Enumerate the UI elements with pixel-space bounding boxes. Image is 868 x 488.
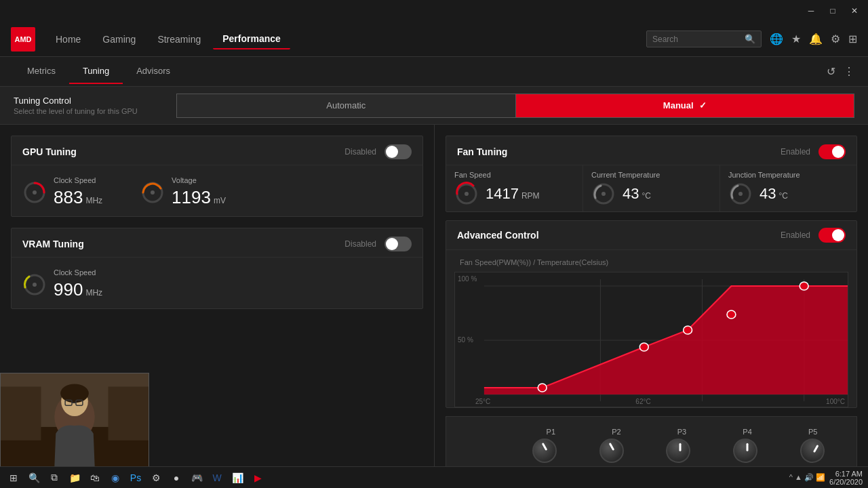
p-labels-row: P1 P2 P3 P4 P5 xyxy=(457,425,846,439)
advanced-control-header: Advanced Control Enabled xyxy=(446,221,856,250)
gpu-metrics-row: Clock Speed 883 MHz xyxy=(22,176,412,208)
cp-p4[interactable] xyxy=(727,310,736,319)
cp-p5[interactable] xyxy=(800,282,808,290)
task-view[interactable]: ⧉ xyxy=(46,470,62,486)
svg-point-12 xyxy=(60,384,89,403)
current-temp-stat: Current Temperature 43 °C xyxy=(583,165,719,211)
fan-knob-1[interactable] xyxy=(532,439,557,463)
taskbar-right: ^ ▲ 🔊 📶 6:17 AM 6/20/2020 xyxy=(789,470,863,486)
auto-button[interactable]: Automatic xyxy=(176,94,515,118)
p5-label: P5 xyxy=(801,428,825,436)
close-button[interactable]: ✕ xyxy=(846,3,863,19)
app3-icon[interactable]: 📊 xyxy=(229,470,245,486)
fan-tuning-status: Enabled xyxy=(781,147,810,157)
vram-metrics-row: Clock Speed 990 MHz xyxy=(22,268,412,300)
vram-tuning-toggle[interactable] xyxy=(384,237,412,251)
fan-curve-chart[interactable] xyxy=(455,272,848,408)
nav-streaming[interactable]: Streaming xyxy=(148,30,210,49)
vram-tuning-status: Disabled xyxy=(344,239,376,249)
voltage-value: 1193 xyxy=(172,187,211,208)
search-box[interactable]: 🔍 xyxy=(646,30,762,47)
fan-knob-5[interactable] xyxy=(795,434,829,467)
svg-point-5 xyxy=(33,283,37,287)
system-tray: ^ ▲ 🔊 📶 xyxy=(789,473,825,482)
nav-gaming[interactable]: Gaming xyxy=(93,30,145,49)
fan-knob-3[interactable] xyxy=(662,434,695,467)
gpu-tuning-body: Clock Speed 883 MHz xyxy=(12,165,422,216)
advanced-control-toggle[interactable] xyxy=(818,228,846,243)
voltage-unit: mV xyxy=(214,196,226,205)
date-display: 6/20/2020 xyxy=(829,478,863,486)
store-icon[interactable]: 🛍 xyxy=(87,470,103,486)
fan-tuning-card: Fan Tuning Enabled Fan Speed xyxy=(446,136,857,212)
fan-stats: Fan Speed 1417 RPM Curren xyxy=(446,165,856,211)
navbar: AMD Home Gaming Streaming Performance 🔍 … xyxy=(0,22,868,57)
gpu-clock-value: 883 xyxy=(54,187,83,208)
fan-knob-2[interactable] xyxy=(599,439,624,463)
chrome-icon[interactable]: ◉ xyxy=(107,470,123,486)
vram-clock-metric: Clock Speed 990 MHz xyxy=(22,268,102,300)
settings-icon[interactable]: ⚙ xyxy=(831,33,840,45)
webcam-video xyxy=(1,373,149,467)
junction-temp-stat: Junction Temperature 43 °C xyxy=(719,165,856,211)
file-explorer[interactable]: 📁 xyxy=(66,470,83,486)
cp-p3[interactable] xyxy=(684,326,692,334)
word-icon[interactable]: W xyxy=(209,470,225,486)
left-panel: GPU Tuning Disabled Clock Spe xyxy=(0,125,434,488)
p4-label: P4 xyxy=(735,428,760,436)
fan-tuning-toggle[interactable] xyxy=(818,144,846,159)
nav-performance[interactable]: Performance xyxy=(213,29,290,49)
webcam-person-svg xyxy=(1,373,149,468)
vram-tuning-body: Clock Speed 990 MHz xyxy=(12,258,422,308)
gpu-tuning-toggle[interactable] xyxy=(384,144,412,159)
vram-clock-gauge xyxy=(22,272,47,297)
fan-knobs xyxy=(511,439,846,463)
xbox-icon[interactable]: 🎮 xyxy=(189,470,205,486)
tab-metrics[interactable]: Metrics xyxy=(14,59,69,84)
globe-icon[interactable]: 🌐 xyxy=(770,33,783,45)
fan-knob-4[interactable] xyxy=(728,434,762,467)
app-icon[interactable]: ⚙ xyxy=(148,470,164,486)
amd-taskbar[interactable]: ▶ xyxy=(250,470,266,486)
p1-label: P1 xyxy=(538,428,563,436)
search-taskbar[interactable]: 🔍 xyxy=(26,470,42,486)
minimize-button[interactable]: ─ xyxy=(803,3,819,19)
advanced-control-status: Enabled xyxy=(781,230,810,240)
svg-point-21 xyxy=(738,192,743,196)
fan-speed-knob-row xyxy=(457,439,846,467)
nav-home[interactable]: Home xyxy=(46,30,90,49)
current-temp-label: Current Temperature xyxy=(591,171,711,179)
start-button[interactable]: ⊞ xyxy=(5,470,22,486)
advanced-control-card: Advanced Control Enabled Fan Speed(PWM(%… xyxy=(446,220,857,408)
bell-icon[interactable]: 🔔 xyxy=(809,33,823,45)
app2-icon[interactable]: ● xyxy=(168,470,184,486)
star-icon[interactable]: ★ xyxy=(791,33,801,45)
tab-tuning[interactable]: Tuning xyxy=(69,59,123,84)
chart-label: Fan Speed(PWM(%)) / Temperature(Celsius) xyxy=(454,256,848,269)
manual-button[interactable]: Manual ✓ xyxy=(515,94,855,118)
cp-p1[interactable] xyxy=(538,384,547,392)
gpu-clock-metric: Clock Speed 883 MHz xyxy=(22,176,102,208)
tab-advisors[interactable]: Advisors xyxy=(123,59,184,84)
navbar-right: 🔍 🌐 ★ 🔔 ⚙ ⊞ xyxy=(646,30,857,47)
fan-speed-stat: Fan Speed 1417 RPM xyxy=(446,165,583,211)
voltage-label: Voltage xyxy=(172,176,226,184)
gpu-clock-label: Clock Speed xyxy=(54,176,102,184)
grid-icon[interactable]: ⊞ xyxy=(848,33,857,45)
svg-point-3 xyxy=(151,190,155,195)
taskbar-left: ⊞ 🔍 ⧉ 📁 🛍 ◉ Ps ⚙ ● 🎮 W 📊 ▶ xyxy=(5,470,266,486)
fan-speed-gauge xyxy=(454,182,479,206)
cp-p2[interactable] xyxy=(639,343,648,351)
gpu-clock-gauge xyxy=(22,180,47,205)
refresh-icon[interactable]: ↺ xyxy=(827,65,835,78)
fan-speed-value: 1417 xyxy=(486,185,519,203)
junction-temp-label: Junction Temperature xyxy=(728,171,848,179)
gpu-tuning-header: GPU Tuning Disabled xyxy=(12,136,422,165)
search-input[interactable] xyxy=(652,35,741,44)
more-icon[interactable]: ⋮ xyxy=(844,65,854,78)
ps-icon[interactable]: Ps xyxy=(127,470,144,486)
gpu-tuning-card: GPU Tuning Disabled Clock Spe xyxy=(11,136,423,217)
maximize-button[interactable]: □ xyxy=(825,3,841,19)
webcam-overlay xyxy=(0,373,149,468)
current-temp-unit: °C xyxy=(642,191,650,201)
